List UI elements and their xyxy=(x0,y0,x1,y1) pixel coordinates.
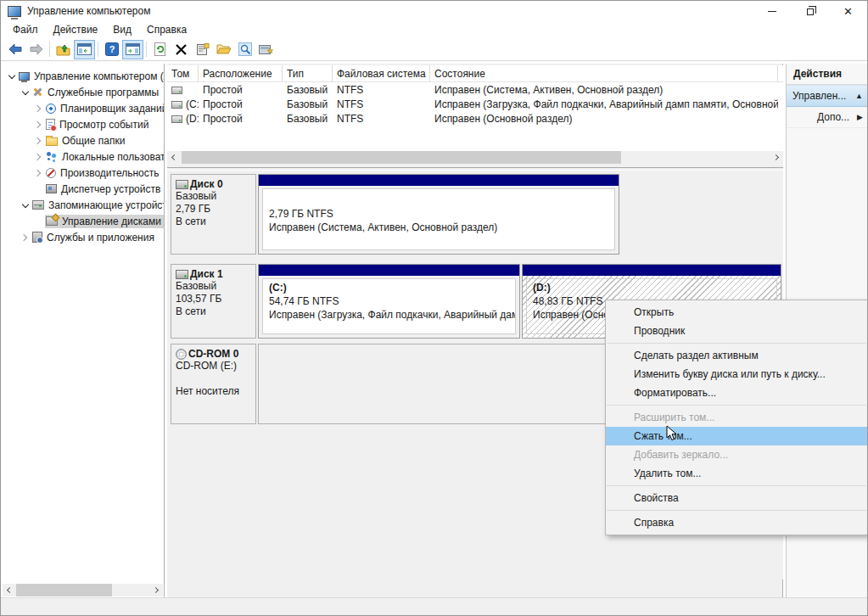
toolbar: ? xyxy=(1,38,867,61)
menu-item-1[interactable]: Действие xyxy=(46,22,106,37)
expanded-chevron-icon[interactable] xyxy=(19,199,31,211)
volume-row[interactable]: (D:)ПростойБазовыйNTFSИсправен (Основной… xyxy=(167,111,783,126)
scroll-thumb[interactable] xyxy=(182,151,621,164)
volume-cell: NTFS xyxy=(333,84,430,96)
column-header-1[interactable]: Расположение xyxy=(199,65,283,81)
volume-row[interactable]: ПростойБазовыйNTFSИсправен (Система, Акт… xyxy=(167,82,783,97)
tree-item[interactable]: Служебные программы xyxy=(2,84,164,100)
tree-item[interactable]: Управление компьютером (л xyxy=(2,68,164,84)
context-menu-item-delete-volume[interactable]: Удалить том... xyxy=(606,464,867,483)
disk-settings-button[interactable] xyxy=(255,40,277,59)
restore-icon xyxy=(807,8,814,15)
context-menu-item-open[interactable]: Открыть xyxy=(606,303,867,322)
context-menu-item-mark-active[interactable]: Сделать раздел активным xyxy=(606,346,867,365)
cd-icon xyxy=(176,349,187,360)
cdrom-0-label[interactable]: CD-ROM 0 CD-ROM (E:) Нет носителя xyxy=(171,344,256,424)
column-header-0[interactable]: Том xyxy=(167,65,199,81)
volume-row[interactable]: (C:)ПростойБазовыйNTFSИсправен (Загрузка… xyxy=(167,97,783,111)
forward-button[interactable] xyxy=(25,40,47,59)
tree-item[interactable]: Запоминающие устройст xyxy=(2,197,164,213)
refresh-button[interactable] xyxy=(149,40,171,59)
scroll-track[interactable] xyxy=(180,151,770,164)
context-menu-item-format[interactable]: Форматировать... xyxy=(606,384,867,402)
column-header-3[interactable]: Файловая система xyxy=(333,65,430,81)
open-folder-button[interactable] xyxy=(213,40,234,59)
tree-item[interactable]: Просмотр событий xyxy=(2,116,164,132)
context-menu-item-change-drive-letter[interactable]: Изменить букву диска или путь к диску... xyxy=(606,365,867,384)
expanded-chevron-icon[interactable] xyxy=(5,70,18,82)
column-header-2[interactable]: Тип xyxy=(283,65,333,81)
help-icon: ? xyxy=(105,42,119,56)
scroll-right-arrow[interactable] xyxy=(150,584,163,596)
context-menu-item-explorer[interactable]: Проводник xyxy=(606,322,867,340)
disk-0-label[interactable]: Диск 0 Базовый 2,79 ГБ В сети xyxy=(171,174,256,255)
collapsed-chevron-icon[interactable] xyxy=(32,118,45,131)
scroll-right-arrow[interactable] xyxy=(770,151,783,164)
partition-c[interactable]: (C:) 54,74 ГБ NTFS Исправен (Загрузка, Ф… xyxy=(258,264,520,339)
close-button[interactable]: ✕ xyxy=(829,1,867,21)
disk-state: В сети xyxy=(176,305,252,318)
console-tree-toggle[interactable] xyxy=(74,40,95,59)
volume-icon xyxy=(171,101,182,109)
tree-item[interactable]: Общие папки xyxy=(2,132,164,148)
tree-horizontal-scrollbar[interactable] xyxy=(3,584,163,596)
menu-item-0[interactable]: Файл xyxy=(5,22,46,37)
tree-item[interactable]: Планировщик заданий xyxy=(2,100,164,116)
tree-item[interactable]: Диспетчер устройств xyxy=(2,181,164,197)
collapsed-chevron-icon[interactable] xyxy=(32,150,45,163)
tree-item[interactable]: Управление дисками xyxy=(2,213,164,229)
restore-button[interactable] xyxy=(791,1,829,21)
tree-item-label: Просмотр событий xyxy=(59,119,148,131)
more-actions-arrow-icon: ▶ xyxy=(857,113,863,121)
disk-state: В сети xyxy=(176,216,252,228)
disk-type: Базовый xyxy=(176,280,252,293)
pane-splitter[interactable] xyxy=(167,164,783,172)
up-one-level-button[interactable] xyxy=(53,40,74,59)
volume-list-scrollbar[interactable] xyxy=(167,151,783,164)
column-header-4[interactable]: Состояние xyxy=(430,65,778,81)
back-button[interactable] xyxy=(4,40,25,59)
tree-item-content: Управление компьютером (л xyxy=(18,70,164,83)
disk-1-label[interactable]: Диск 1 Базовый 103,57 ГБ В сети xyxy=(171,264,256,339)
collapsed-chevron-icon[interactable] xyxy=(19,231,31,244)
tree-item[interactable]: Локальные пользовате xyxy=(2,148,164,165)
tree-item-content: Локальные пользовате xyxy=(45,150,164,164)
tree-item-content: Производительность xyxy=(45,166,161,180)
actions-group-disk-management[interactable]: Управлен... ▲ xyxy=(787,85,868,107)
back-arrow-icon xyxy=(8,42,23,56)
tree-item-content: Службы и приложения xyxy=(31,231,157,244)
context-menu-item-help[interactable]: Справка xyxy=(606,513,867,532)
view-button[interactable] xyxy=(234,40,255,59)
actions-header: Действия xyxy=(787,64,868,85)
scroll-left-arrow[interactable] xyxy=(3,584,15,596)
expanded-chevron-icon[interactable] xyxy=(19,86,31,98)
partition-system[interactable]: 2,79 ГБ NTFS Исправен (Система, Активен,… xyxy=(258,174,619,255)
action-pane-toggle[interactable] xyxy=(122,40,143,59)
more-actions-item[interactable]: Допо... ▶ xyxy=(787,107,868,128)
collapsed-chevron-icon[interactable] xyxy=(32,102,45,115)
tree-item[interactable]: Службы и приложения xyxy=(2,229,164,245)
close-icon: ✕ xyxy=(843,6,853,17)
minimize-button[interactable] xyxy=(753,1,791,21)
volume-cell: Исправен (Основной раздел) xyxy=(430,113,778,125)
volume-cell: Базовый xyxy=(283,84,333,96)
tree-item-content: Просмотр событий xyxy=(45,118,151,132)
tree-item-content: Управление дисками xyxy=(45,215,164,228)
properties-button[interactable] xyxy=(192,40,213,59)
console-tree-pane: Управление компьютером (лСлужебные прогр… xyxy=(2,64,165,597)
scroll-thumb[interactable] xyxy=(16,584,112,596)
tree-item[interactable]: Производительность xyxy=(2,165,164,181)
scroll-left-arrow[interactable] xyxy=(167,151,180,164)
collapsed-chevron-icon[interactable] xyxy=(32,134,45,147)
menu-item-2[interactable]: Вид xyxy=(105,22,139,37)
delete-button[interactable] xyxy=(171,40,192,59)
tree-item-label: Производительность xyxy=(60,167,159,179)
collapse-icon[interactable]: ▲ xyxy=(855,92,863,100)
menu-item-3[interactable]: Справка xyxy=(139,22,194,37)
scroll-track[interactable] xyxy=(15,584,150,596)
context-menu-item-properties[interactable]: Свойства xyxy=(606,489,867,507)
collapsed-chevron-icon[interactable] xyxy=(32,166,45,179)
disk-0-row: Диск 0 Базовый 2,79 ГБ В сети 2,79 ГБ NT… xyxy=(167,174,783,255)
help-button[interactable]: ? xyxy=(101,40,122,59)
context-menu-item-shrink-volume[interactable]: Сжать том... xyxy=(606,427,867,445)
